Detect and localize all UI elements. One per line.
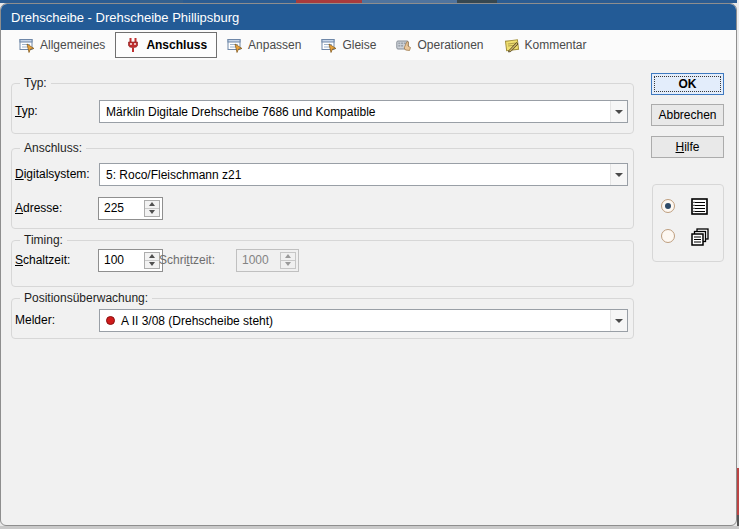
- adresse-spinner[interactable]: 225: [98, 197, 163, 220]
- help-button[interactable]: Hilfe: [651, 136, 724, 158]
- view-toggle-group: [652, 184, 724, 262]
- digitalsystem-combobox[interactable]: 5: Roco/Fleischmann z21: [99, 163, 628, 186]
- spin-down-button: [281, 261, 295, 269]
- adresse-label: Adresse:: [15, 197, 62, 220]
- adresse-spin-buttons: [144, 200, 160, 217]
- schaltzeit-label: Schaltzeit:: [15, 249, 70, 272]
- cancel-button[interactable]: Abbrechen: [651, 104, 724, 126]
- schaltzeit-spin-buttons: [144, 252, 160, 269]
- schrittzeit-value: 1000: [242, 250, 269, 271]
- schaltzeit-spinner[interactable]: 100: [98, 249, 163, 272]
- typ-combobox-value: Märklin Digitale Drehscheibe 7686 und Ko…: [100, 105, 610, 119]
- typ-combobox-dropdown-button: [610, 101, 627, 122]
- group-positionsueberwachung-caption: Positionsüberwachung:: [20, 291, 152, 306]
- schrittzeit-spin-buttons: [280, 252, 296, 269]
- spin-up-button[interactable]: [145, 253, 159, 261]
- typ-combobox[interactable]: Märklin Digitale Drehscheibe 7686 und Ko…: [99, 100, 628, 123]
- radio-button-multi-view[interactable]: [661, 229, 675, 243]
- triangle-up-icon: [149, 254, 155, 258]
- spin-up-button[interactable]: [145, 201, 159, 209]
- melder-state-dot-icon: [106, 316, 115, 325]
- multi-view-icon: [690, 227, 710, 247]
- digitalsystem-label: Digitalsystem:: [15, 163, 90, 186]
- drehscheibe-dialog: Drehscheibe - Drehscheibe Phillipsburg A…: [0, 3, 737, 526]
- chevron-down-icon: [615, 319, 623, 323]
- triangle-up-icon: [285, 254, 291, 258]
- group-typ-caption: Typ:: [20, 76, 51, 91]
- schaltzeit-value: 100: [104, 250, 124, 271]
- triangle-down-icon: [149, 262, 155, 266]
- dialog-content: Typ: Typ: Märklin Digitale Drehscheibe 7…: [1, 4, 736, 525]
- digitalsystem-combobox-value: 5: Roco/Fleischmann z21: [100, 168, 610, 182]
- chevron-down-icon: [615, 173, 623, 177]
- schrittzeit-spinner: 1000: [236, 249, 299, 272]
- radio-dot: [665, 203, 671, 209]
- spin-down-button[interactable]: [145, 261, 159, 269]
- triangle-down-icon: [149, 210, 155, 214]
- typ-field-label: Typ:: [15, 100, 38, 123]
- ok-button[interactable]: OK: [651, 73, 724, 95]
- view-option-multi[interactable]: [653, 227, 723, 247]
- triangle-up-icon: [149, 202, 155, 206]
- radio-button-list-view[interactable]: [661, 199, 675, 213]
- melder-combobox-value: A II 3/08 (Drehscheibe steht): [121, 314, 273, 328]
- chevron-down-icon: [615, 110, 623, 114]
- group-anschluss-caption: Anschluss:: [20, 141, 86, 156]
- schrittzeit-label: Schrittzeit:: [159, 249, 215, 272]
- melder-combobox-dropdown-button: [610, 310, 627, 331]
- spin-up-button: [281, 253, 295, 261]
- triangle-down-icon: [285, 262, 291, 266]
- list-view-icon: [690, 197, 710, 217]
- view-option-list[interactable]: [653, 197, 723, 217]
- melder-combobox[interactable]: A II 3/08 (Drehscheibe steht): [99, 309, 628, 332]
- melder-label: Melder:: [15, 309, 55, 332]
- digitalsystem-combobox-dropdown-button: [610, 164, 627, 185]
- adresse-value: 225: [104, 198, 124, 219]
- spin-down-button[interactable]: [145, 209, 159, 217]
- group-timing-caption: Timing:: [20, 233, 67, 248]
